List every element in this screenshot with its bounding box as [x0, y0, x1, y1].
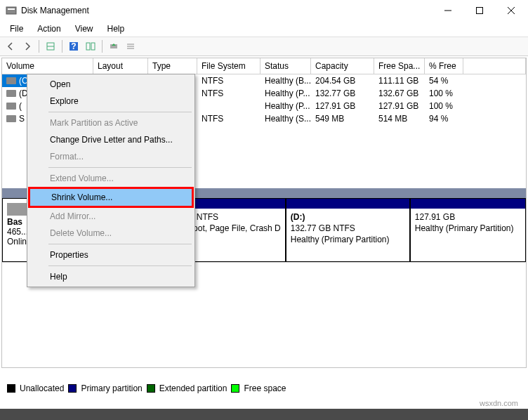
col-filesystem[interactable]: File System [197, 58, 260, 74]
ctx-mark-active: Mark Partition as Active [29, 114, 193, 131]
menu-help[interactable]: Help [102, 22, 131, 35]
disk-icon [6, 103, 16, 110]
legend: Unallocated Primary partition Extended p… [7, 383, 286, 393]
vol-label: S [19, 114, 25, 124]
ctx-change-letter[interactable]: Change Drive Letter and Paths... [29, 131, 193, 148]
svg-rect-11 [91, 43, 95, 50]
col-capacity[interactable]: Capacity [311, 58, 374, 74]
app-icon [6, 5, 17, 16]
highlight-box: Shrink Volume... [28, 187, 194, 208]
disk-icon [6, 77, 16, 84]
col-type[interactable]: Type [148, 58, 197, 74]
menubar: File Action View Help [0, 21, 528, 37]
window-title: Disk Management [21, 6, 432, 15]
minimize-button[interactable] [432, 1, 463, 20]
titlebar: Disk Management [0, 0, 528, 21]
bottom-strip [0, 409, 528, 420]
maximize-button[interactable] [463, 1, 495, 20]
menu-file[interactable]: File [4, 22, 29, 35]
refresh-button[interactable] [106, 39, 121, 54]
watermark: wsxdn.com [480, 399, 518, 407]
col-volume[interactable]: Volume [2, 58, 93, 74]
svg-rect-3 [476, 8, 482, 14]
col-layout[interactable]: Layout [93, 58, 148, 74]
partition-box[interactable]: 127.91 GBHealthy (Primary Partition) [410, 198, 526, 262]
menu-view[interactable]: View [70, 22, 99, 35]
swatch-extended [147, 384, 155, 393]
ctx-open[interactable]: Open [29, 76, 193, 93]
ctx-explore[interactable]: Explore [29, 93, 193, 110]
svg-text:?: ? [71, 41, 76, 51]
ctx-mirror: Add Mirror... [29, 208, 193, 225]
svg-rect-1 [8, 8, 15, 10]
col-status[interactable]: Status [260, 58, 311, 74]
panels-button[interactable] [83, 39, 98, 54]
list-button[interactable] [123, 39, 138, 54]
col-free[interactable]: Free Spa... [374, 58, 425, 74]
col-pct[interactable]: % Free [425, 58, 463, 74]
ctx-extend: Extend Volume... [29, 170, 193, 187]
context-menu: Open Explore Mark Partition as Active Ch… [27, 74, 195, 287]
close-button[interactable] [495, 1, 527, 20]
help-icon[interactable]: ? [66, 39, 81, 54]
svg-rect-0 [6, 7, 16, 14]
disk-icon [6, 115, 16, 122]
ctx-help[interactable]: Help [29, 268, 193, 285]
view-button[interactable] [43, 39, 58, 54]
swatch-free [231, 384, 239, 393]
svg-rect-10 [86, 43, 90, 50]
ctx-format: Format... [29, 148, 193, 165]
col-spacer [463, 58, 526, 74]
vol-label: ( [19, 101, 22, 111]
ctx-properties[interactable]: Properties [29, 247, 193, 263]
disk-icon [6, 90, 16, 97]
swatch-primary [68, 384, 77, 393]
back-button[interactable] [3, 39, 18, 54]
partition-box[interactable]: (D:)132.77 GB NTFSHealthy (Primary Parti… [286, 198, 410, 262]
ctx-delete: Delete Volume... [29, 225, 193, 242]
toolbar: ? [0, 37, 528, 56]
menu-action[interactable]: Action [32, 22, 66, 35]
forward-button[interactable] [20, 39, 35, 54]
column-headers: Volume Layout Type File System Status Ca… [2, 58, 526, 74]
drive-icon [7, 203, 27, 216]
swatch-unallocated [7, 384, 15, 393]
ctx-shrink[interactable]: Shrink Volume... [30, 189, 192, 206]
